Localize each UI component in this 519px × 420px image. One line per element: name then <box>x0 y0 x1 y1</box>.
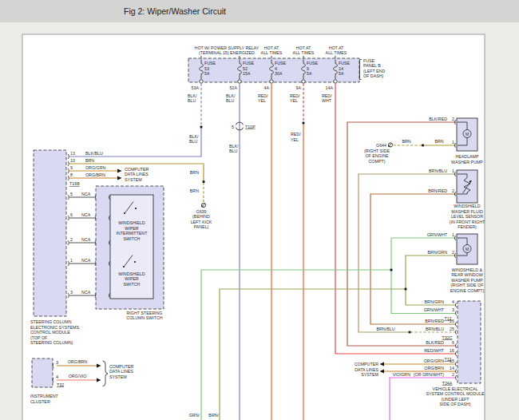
wire-label: ORG/GRN <box>424 359 444 363</box>
fuse-id: 53 <box>204 66 209 71</box>
fuse-amps: 15A <box>243 71 251 76</box>
fuse-terminal <box>270 80 273 83</box>
wiring-diagram-page: Fig 2: Wiper/Washer Circuit HOT W/ POWER… <box>0 0 519 420</box>
fuse-terminal <box>200 80 203 83</box>
fuse-amps: 5A <box>204 71 210 76</box>
fuse-amps: 30A <box>275 71 283 76</box>
wire-label: ORG/BRN <box>424 366 444 370</box>
pin-number: 4 <box>452 299 454 304</box>
wire-label: BLK/BLU <box>85 151 103 156</box>
wire-label: NCA <box>81 290 91 295</box>
fuse-pin: 53A <box>192 85 200 90</box>
pin-number: 2 <box>452 250 454 255</box>
motor-letter: M <box>466 247 469 252</box>
wire-label: BLK/BLU <box>188 93 197 104</box>
fuse-terminal <box>238 80 241 83</box>
ground-name: G644 <box>376 143 386 148</box>
fuse-terminal <box>302 80 305 83</box>
wire-label: BRN/GRN <box>425 299 445 304</box>
diagram-canvas <box>22 34 485 420</box>
wire-label: (OR GRN/WHT) <box>414 372 444 377</box>
pin-number: 3 <box>56 360 58 365</box>
pin-number: 16 <box>450 348 454 353</box>
fuse-id: 9 <box>307 66 309 71</box>
pin-number: 6 <box>70 212 73 217</box>
wire-label: RED/WHT <box>322 93 332 104</box>
pin-number: 15 <box>450 359 454 363</box>
wire-label: BLK/BLU <box>229 144 239 154</box>
wiper-washer-circuit-diagram: Fig 2: Wiper/Washer Circuit HOT W/ POWER… <box>0 0 519 420</box>
fuse-id: 52 <box>243 66 248 71</box>
wire-label: BRN/BLU <box>429 168 447 173</box>
wire-label: BRN <box>85 158 94 163</box>
wire-label: NCA <box>81 237 91 242</box>
pin-number: 5 <box>70 192 73 196</box>
wire-label: NCA <box>81 192 91 196</box>
fuse-name: FUSE <box>243 61 255 65</box>
wire-label: BLK/RED <box>426 340 444 345</box>
pin-number: 1 <box>452 168 454 173</box>
component-label: HEADLAMPWASHER PUMP <box>451 154 483 164</box>
connector-pin: 5 <box>232 125 234 129</box>
fuse-name: FUSE <box>204 61 216 65</box>
pin-number: 8 <box>70 172 73 177</box>
wire-label: BLK/BLU <box>226 93 236 104</box>
fuse-id: 4 <box>275 66 277 71</box>
wire-label: BRN/RED <box>425 319 444 323</box>
pin-number: 1 <box>70 258 73 263</box>
pin-number: 1 <box>452 232 454 237</box>
wire-label: GRN/ <box>189 413 200 418</box>
pin-number: 2 <box>452 188 454 193</box>
pin-number: 26 <box>450 319 454 323</box>
wire-label: ORG/BRN <box>85 172 105 177</box>
fuse-pin: 4A <box>264 85 270 90</box>
title-bar <box>0 0 519 22</box>
wire-label: ORG/VIO <box>69 374 87 378</box>
fuse-name: FUSE <box>307 61 319 65</box>
component-label: RIGHT STEERINGCOLUMN SWITCH <box>126 311 162 321</box>
fuse-pin: 14A <box>326 85 334 90</box>
fuse-amps: 5A <box>307 71 312 76</box>
cluster-box <box>32 359 53 387</box>
fuse-name: FUSE <box>275 61 287 65</box>
pin-number: 1 <box>452 140 454 145</box>
wire-label: BRN/RED <box>428 188 447 193</box>
wire-label: BRN <box>402 139 410 144</box>
wire-label: BRN <box>190 170 199 175</box>
pin-number: 10 <box>70 158 75 163</box>
connector-id: T16B <box>69 181 80 186</box>
module-box <box>34 150 66 316</box>
fuse-id: 14 <box>339 66 343 71</box>
pin-number: 4 <box>56 374 58 379</box>
wire-label: BLK/RED <box>429 117 447 121</box>
wire-label: GRN/WHT <box>427 232 448 237</box>
wire-label: RED/WHT <box>424 348 444 353</box>
pin-number: 3 <box>70 290 73 295</box>
pin-number: 25 <box>450 327 454 331</box>
wire-label: BRN/BLU <box>426 327 444 331</box>
right-steering-column-switch: WINDSHIELDWIPERINTERMITTENTSWITCH WINDSH… <box>96 186 164 320</box>
connector-id: T24A <box>442 381 453 386</box>
pin-number: 3 <box>452 307 454 312</box>
wire-label: ORG/GRN <box>85 165 105 170</box>
wire-label: NCA <box>81 212 91 217</box>
wire-label: BRN/BLU <box>377 327 395 331</box>
wire-label: NCA <box>81 258 91 263</box>
wire-label: BLK/BLU <box>189 134 199 145</box>
connector-id: T32 <box>57 382 64 387</box>
fuse-amps: 5A <box>339 71 344 76</box>
wire-label: VIO/GRN <box>393 372 411 377</box>
motor-letter: M <box>466 132 469 137</box>
component-label: WINDSHIELD &REAR WINDOWWASHER PUMP(RIGHT… <box>450 267 485 293</box>
fuse-pin: 52A <box>230 85 238 90</box>
wire-label: BRN/ <box>208 413 219 418</box>
pin-number: 6 <box>452 340 454 345</box>
connector-id: T10P <box>245 125 256 129</box>
wire-label: BRN <box>434 139 443 144</box>
fuse-pin: 9A <box>296 85 302 90</box>
pin-number: 2 <box>452 372 454 377</box>
wire-label: BRN/GRN <box>428 250 448 255</box>
pin-number: 2 <box>70 237 73 242</box>
wire-label: BRN <box>190 188 199 193</box>
wire-label: GRN/WHT <box>424 307 445 312</box>
